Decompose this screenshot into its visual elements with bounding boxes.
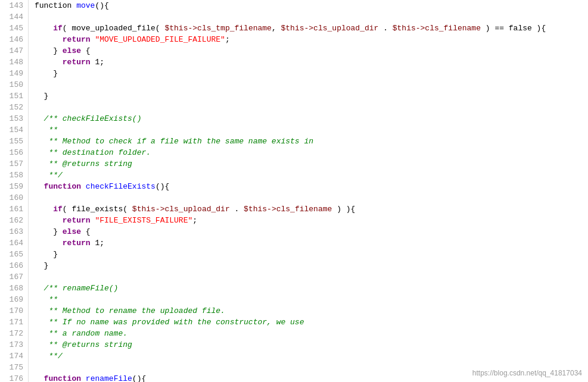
token-plain: { bbox=[81, 46, 91, 55]
token-plain: ; bbox=[192, 216, 197, 225]
code-line bbox=[35, 362, 588, 373]
line-number: 150 bbox=[0, 79, 28, 90]
code-line: if( file_exists( $this->cls_upload_dir .… bbox=[35, 203, 588, 215]
token-plain: } bbox=[35, 227, 63, 236]
code-editor: 1431441451461471481491501511521531541551… bbox=[0, 0, 588, 382]
token-plain: 1; bbox=[91, 239, 104, 248]
token-plain bbox=[35, 205, 53, 214]
token-comment: ** destination folder. bbox=[35, 148, 151, 157]
line-number: 148 bbox=[0, 57, 28, 68]
code-line: } bbox=[35, 68, 588, 79]
code-content: function move(){ if( move_uploaded_file(… bbox=[29, 0, 588, 382]
code-line: if( move_uploaded_file( $this->cls_tmp_f… bbox=[35, 23, 588, 34]
code-line: } else { bbox=[35, 226, 588, 237]
line-number: 163 bbox=[0, 226, 28, 237]
code-line bbox=[35, 271, 588, 283]
token-plain bbox=[35, 182, 44, 191]
token-plain bbox=[81, 374, 86, 382]
line-number: 162 bbox=[0, 215, 28, 226]
code-line: ** Method to check if a file with the sa… bbox=[35, 136, 588, 147]
code-line: } bbox=[35, 249, 588, 260]
token-plain: (){ bbox=[95, 1, 108, 10]
code-line: ** @returns string bbox=[35, 158, 588, 170]
line-number: 146 bbox=[0, 34, 28, 45]
token-kw: if bbox=[53, 24, 63, 33]
token-comment: ** bbox=[35, 295, 58, 304]
code-line bbox=[35, 11, 588, 23]
token-comment: ** If no name was provided with the cons… bbox=[35, 318, 304, 327]
token-kw: else bbox=[63, 46, 81, 55]
token-kw: return bbox=[63, 58, 91, 67]
token-plain bbox=[35, 58, 63, 67]
line-number: 169 bbox=[0, 294, 28, 305]
code-line bbox=[35, 102, 588, 113]
code-line: ** Method to rename the uploaded file. bbox=[35, 305, 588, 317]
line-number: 164 bbox=[0, 237, 28, 249]
line-number: 151 bbox=[0, 90, 28, 102]
token-str: "FILE_EXISTS_FAILURE" bbox=[95, 216, 192, 225]
token-plain: 1; bbox=[91, 58, 104, 67]
line-number: 158 bbox=[0, 170, 28, 181]
code-line: ** destination folder. bbox=[35, 147, 588, 158]
token-plain: } bbox=[35, 92, 48, 101]
code-line: function checkFileExists(){ bbox=[35, 181, 588, 192]
token-comment: ** a random name. bbox=[35, 329, 127, 338]
token-comment: /** checkFileExists() bbox=[35, 114, 141, 123]
line-number: 153 bbox=[0, 113, 28, 124]
line-number: 144 bbox=[0, 11, 28, 23]
line-number: 171 bbox=[0, 317, 28, 328]
line-number: 165 bbox=[0, 249, 28, 260]
line-number: 147 bbox=[0, 45, 28, 57]
line-number: 172 bbox=[0, 328, 28, 339]
token-kw: return bbox=[63, 239, 91, 248]
line-number: 176 bbox=[0, 373, 28, 382]
token-plain bbox=[35, 374, 44, 382]
code-line: } bbox=[35, 90, 588, 102]
token-kw: return bbox=[63, 35, 91, 44]
token-plain: ( file_exists( bbox=[63, 205, 132, 214]
code-line: /** checkFileExists() bbox=[35, 113, 588, 124]
token-plain bbox=[35, 216, 63, 225]
token-comment: **/ bbox=[35, 352, 63, 361]
line-number: 161 bbox=[0, 203, 28, 215]
code-line: function renameFile(){ bbox=[35, 373, 588, 382]
token-plain: . bbox=[230, 205, 244, 214]
token-plain: , bbox=[272, 24, 281, 33]
token-plain: ) == false ){ bbox=[481, 24, 546, 33]
token-plain bbox=[35, 239, 63, 248]
token-plain: (){ bbox=[132, 374, 146, 382]
line-numbers: 1431441451461471481491501511521531541551… bbox=[0, 0, 29, 382]
line-number: 168 bbox=[0, 283, 28, 294]
code-line: } else { bbox=[35, 45, 588, 57]
code-line bbox=[35, 79, 588, 90]
line-number: 152 bbox=[0, 102, 28, 113]
code-line bbox=[35, 192, 588, 203]
code-line: return "FILE_EXISTS_FAILURE"; bbox=[35, 215, 588, 226]
token-comment: ** @returns string bbox=[35, 159, 132, 168]
token-plain bbox=[81, 182, 86, 191]
line-number: 149 bbox=[0, 68, 28, 79]
token-kw: if bbox=[53, 205, 63, 214]
line-number: 175 bbox=[0, 362, 28, 373]
token-fn: renameFile bbox=[86, 374, 132, 382]
token-plain: ( move_uploaded_file( bbox=[63, 24, 165, 33]
token-comment: **/ bbox=[35, 171, 63, 180]
code-line: return "MOVE_UPLOADED_FILE_FAILURE"; bbox=[35, 34, 588, 45]
line-number: 154 bbox=[0, 124, 28, 136]
line-number: 160 bbox=[0, 192, 28, 203]
code-line: return 1; bbox=[35, 57, 588, 68]
line-number: 166 bbox=[0, 260, 28, 271]
token-var: $this->cls_upload_dir bbox=[132, 205, 230, 214]
token-var: $this->cls_filename bbox=[244, 205, 332, 214]
token-kw: return bbox=[63, 216, 91, 225]
token-var: $this->cls_filename bbox=[393, 24, 481, 33]
code-line: function move(){ bbox=[35, 0, 588, 11]
token-comment: ** Method to rename the uploaded file. bbox=[35, 306, 225, 315]
token-plain: ) ){ bbox=[332, 205, 355, 214]
line-number: 155 bbox=[0, 136, 28, 147]
token-var: $this->cls_tmp_filename bbox=[164, 24, 271, 33]
token-fn: checkFileExists bbox=[86, 182, 155, 191]
token-plain: . bbox=[378, 24, 392, 33]
code-line: ** bbox=[35, 124, 588, 136]
token-plain: } bbox=[35, 261, 48, 270]
